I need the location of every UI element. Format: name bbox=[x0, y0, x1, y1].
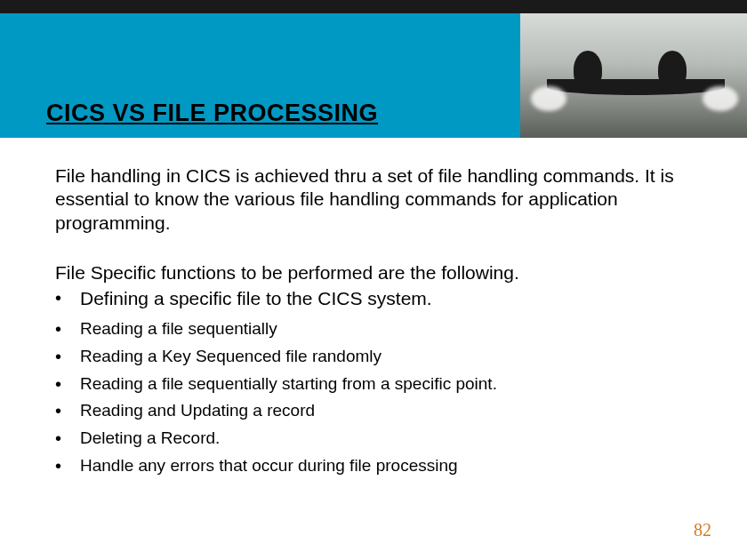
header-photo bbox=[520, 13, 747, 138]
boat-silhouette bbox=[547, 79, 725, 95]
water-splash bbox=[531, 86, 566, 111]
list-item: Deleting a Record. bbox=[55, 427, 692, 450]
slide-title: CICS VS FILE PROCESSING bbox=[46, 100, 378, 127]
list-item: Reading a file sequentially bbox=[55, 317, 692, 340]
page-number: 82 bbox=[694, 520, 711, 540]
list-item: Handle any errors that occur during file… bbox=[55, 454, 692, 477]
intro-paragraph: File handling in CICS is achieved thru a… bbox=[55, 164, 692, 235]
list-item: Reading and Updating a record bbox=[55, 399, 692, 422]
header-dark-strip bbox=[0, 0, 747, 13]
rower-silhouette bbox=[658, 51, 687, 88]
content-area: File handling in CICS is achieved thru a… bbox=[0, 138, 747, 476]
rower-silhouette bbox=[574, 51, 602, 88]
section-heading: File Specific functions to be performed … bbox=[55, 261, 692, 284]
water-splash bbox=[703, 86, 738, 111]
list-item: Reading a file sequentially starting fro… bbox=[55, 372, 692, 396]
bullet-list: Defining a specific file to the CICS sys… bbox=[55, 286, 692, 476]
list-item: Defining a specific file to the CICS sys… bbox=[55, 286, 692, 311]
header-banner: CICS VS FILE PROCESSING bbox=[0, 0, 747, 138]
list-item: Reading a Key Sequenced file randomly bbox=[55, 345, 692, 368]
